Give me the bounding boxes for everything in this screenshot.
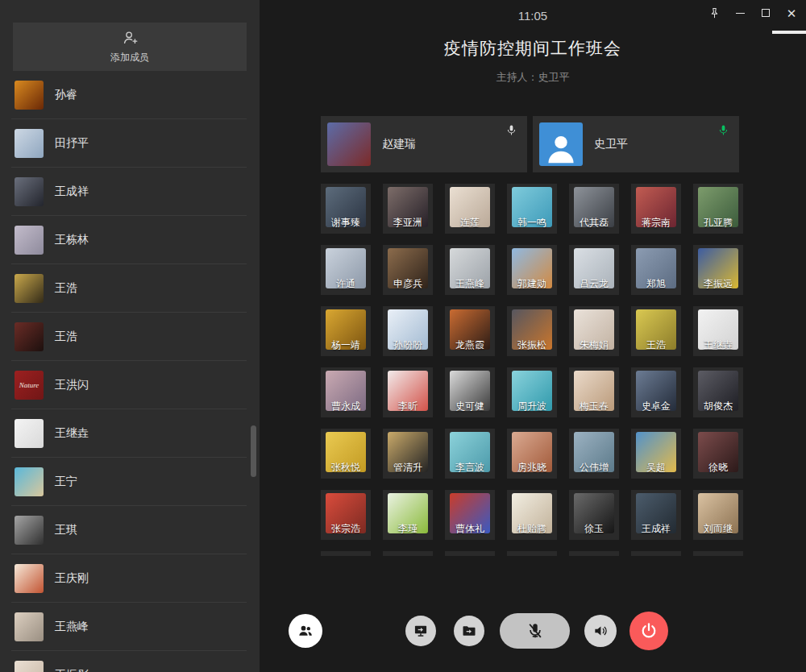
participant-tile[interactable]: 曹永成: [321, 367, 371, 417]
participant-tile[interactable]: 李昕: [383, 367, 433, 417]
member-name: 王浩: [55, 330, 77, 344]
participant-tile[interactable]: 张秋悦: [321, 429, 371, 479]
maximize-button[interactable]: [758, 3, 774, 23]
participant-name: 孔亚腾: [693, 216, 743, 230]
participant-tile[interactable]: 吕云龙: [569, 245, 619, 295]
mic-mute-button[interactable]: [500, 613, 570, 649]
speaker-icon: [592, 623, 609, 639]
member-list-item[interactable]: 王浩: [0, 313, 260, 361]
member-name: 王振彤: [55, 668, 89, 672]
file-share-button[interactable]: [454, 616, 484, 646]
participant-tile[interactable]: 房兆晓: [507, 429, 557, 479]
pin-icon[interactable]: [706, 3, 722, 23]
member-list-item[interactable]: 王浩: [0, 264, 260, 313]
participant-name: 王浩: [631, 338, 681, 352]
member-avatar: [15, 467, 44, 496]
participant-tile[interactable]: 管清升: [383, 429, 433, 479]
participant-name: 谢事臻: [321, 216, 371, 230]
scrollbar-indicator[interactable]: [772, 31, 806, 34]
participant-name: 房兆晓: [507, 461, 557, 475]
participant-tile[interactable]: 蒋宗南: [631, 184, 681, 234]
participant-name: 刘而继: [693, 522, 743, 536]
participant-tile[interactable]: 梅玉春: [569, 367, 619, 417]
participant-tile[interactable]: 杨一靖: [321, 306, 371, 356]
participant-tile[interactable]: 李言波: [445, 429, 495, 479]
featured-name: 赵建瑞: [382, 137, 416, 151]
participant-tile[interactable]: 郑旭: [631, 245, 681, 295]
speaker-button[interactable]: [584, 615, 617, 647]
participant-tile[interactable]: 孙盼盼: [383, 306, 433, 356]
participant-tile[interactable]: 杜贻腾: [507, 490, 557, 540]
avatar-text-label: Nature: [19, 381, 39, 389]
participant-tile[interactable]: 吴超: [631, 429, 681, 479]
member-list-item[interactable]: 王栋林: [0, 216, 260, 264]
close-button[interactable]: ✕: [783, 3, 800, 23]
participant-name: 张宗浩: [321, 522, 371, 536]
member-list-item[interactable]: 王继垚: [0, 409, 260, 458]
member-avatar: [15, 419, 44, 448]
screen-share-button[interactable]: [405, 616, 436, 646]
participant-tile[interactable]: 曹体礼: [445, 490, 495, 540]
member-list-item[interactable]: 王庆刚: [0, 554, 260, 603]
participant-tile[interactable]: 李振远: [693, 245, 743, 295]
participant-tile[interactable]: 张振松: [507, 306, 557, 356]
participant-tile[interactable]: 史卓金: [631, 367, 681, 417]
participant-tile[interactable]: 徐晓: [693, 429, 743, 479]
window-controls: ✕: [706, 3, 800, 23]
members-toggle-button[interactable]: [289, 614, 322, 648]
participant-tile[interactable]: 许通: [321, 245, 371, 295]
participant-tile[interactable]: 张宗浩: [321, 490, 371, 540]
participant-tile[interactable]: 王燕峰: [445, 245, 495, 295]
meeting-main-area: 11:05 ✕ 疫情防控期间工作班会 主持人：史卫平 赵建瑞: [260, 0, 806, 672]
participant-tile[interactable]: 李瑾: [383, 490, 433, 540]
minimize-button[interactable]: [732, 3, 748, 23]
member-avatar: [15, 129, 44, 158]
member-list-item[interactable]: Nature 王洪闪: [0, 361, 260, 409]
participant-name: 王燕峰: [445, 277, 495, 291]
participant-name: 徐玉: [569, 522, 619, 536]
participant-tile[interactable]: 胡俊杰: [693, 367, 743, 417]
member-list-item[interactable]: 孙睿: [0, 71, 260, 119]
participant-tile[interactable]: 王成祥: [631, 490, 681, 540]
participant-tile-partial: [321, 551, 371, 556]
participant-tile[interactable]: 公伟增: [569, 429, 619, 479]
participant-tile[interactable]: 郭建勋: [507, 245, 557, 295]
member-list-item[interactable]: 王燕峰: [0, 603, 260, 651]
participant-tile-partial: [631, 551, 681, 556]
participant-tile[interactable]: 申彦兵: [383, 245, 433, 295]
participant-tile[interactable]: 孔亚腾: [693, 184, 743, 234]
participant-name: 李言波: [445, 461, 495, 475]
add-member-button[interactable]: 添加成员: [13, 23, 247, 71]
member-list-item[interactable]: 王琪: [0, 506, 260, 554]
member-list-item[interactable]: 王振彤: [0, 651, 260, 672]
participant-tile[interactable]: 周升波: [507, 367, 557, 417]
participant-name: 梅玉春: [569, 400, 619, 413]
mic-icon: [505, 124, 517, 136]
featured-card-shiweiping[interactable]: 史卫平: [533, 116, 739, 172]
folder-share-icon: [461, 623, 477, 639]
participant-tile[interactable]: 代其磊: [569, 184, 619, 234]
participant-tile[interactable]: 徐玉: [569, 490, 619, 540]
participant-tile[interactable]: 王浩: [631, 306, 681, 356]
member-list-item[interactable]: 王成祥: [0, 168, 260, 216]
member-avatar: [15, 81, 44, 110]
participant-tile[interactable]: 朱梅娟: [569, 306, 619, 356]
member-avatar: [15, 322, 44, 351]
participant-tile[interactable]: 连莲: [445, 184, 495, 234]
participant-name: 杜贻腾: [507, 522, 557, 536]
member-list-item[interactable]: 田抒平: [0, 119, 260, 168]
participant-tile[interactable]: 刘而继: [693, 490, 743, 540]
participant-tile[interactable]: 谢事臻: [321, 184, 371, 234]
participant-name: 管清升: [383, 461, 433, 475]
sidebar-scrollbar-thumb[interactable]: [251, 425, 256, 477]
participant-tile[interactable]: 王继垚: [693, 306, 743, 356]
participant-tile[interactable]: 龙燕霞: [445, 306, 495, 356]
featured-card-zhaojianrui[interactable]: 赵建瑞: [321, 116, 527, 172]
member-list-item[interactable]: 王宁: [0, 458, 260, 506]
participant-tile[interactable]: 李亚洲: [383, 184, 433, 234]
participant-tile[interactable]: 韩一鸣: [507, 184, 557, 234]
end-call-button[interactable]: [629, 612, 668, 650]
participant-name: 连莲: [445, 216, 495, 230]
participant-tile[interactable]: 史可健: [445, 367, 495, 417]
participant-name: 李昕: [383, 400, 433, 413]
